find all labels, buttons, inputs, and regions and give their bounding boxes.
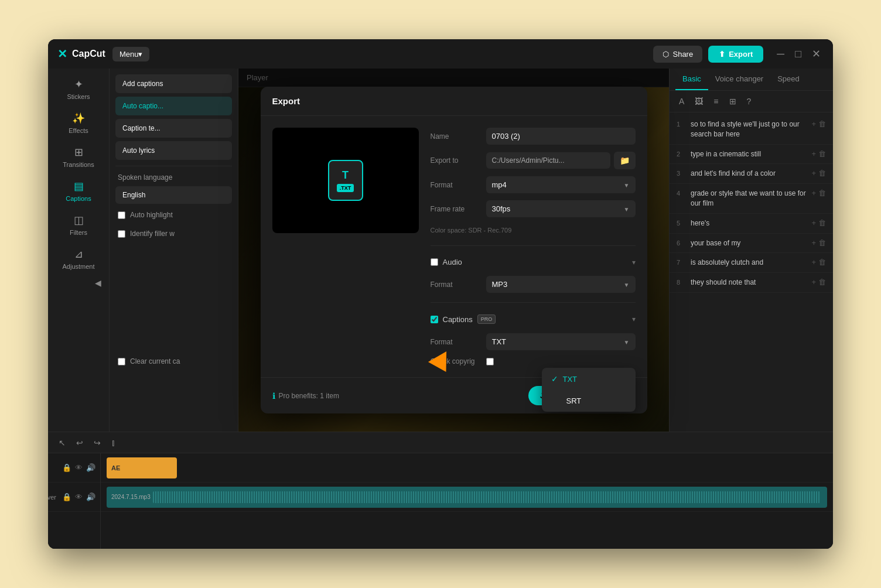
lock-icon-2: 🔒 <box>62 493 71 501</box>
language-selector[interactable]: English <box>115 186 232 204</box>
format-option-srt[interactable]: SRT <box>542 390 636 412</box>
auto-caption-button[interactable]: Auto captio... <box>115 97 232 115</box>
track-label-2: Cover 🔒 👁 🔊 <box>48 483 100 512</box>
list-item: 2 type in a cinematic still + 🗑 <box>670 145 833 165</box>
delete-caption-btn[interactable]: 🗑 <box>818 149 826 158</box>
delete-caption-btn[interactable]: 🗑 <box>818 169 826 177</box>
title-bar-right: ⬡ Share ⬆ Export ─ □ ✕ <box>653 46 824 63</box>
identify-filler-row: Identify filler w <box>115 226 232 241</box>
frame-rate-select[interactable]: 30fps 24fps 60fps <box>486 200 636 217</box>
add-caption-btn[interactable]: + <box>811 218 816 227</box>
filters-icon: ◫ <box>74 214 84 227</box>
caption-actions: + 🗑 <box>811 278 826 286</box>
captions-checkbox[interactable] <box>431 316 438 323</box>
check-copyright-checkbox[interactable] <box>486 358 494 365</box>
sidebar-item-captions[interactable]: ▤ Captions <box>54 175 104 207</box>
captions-toggle-icon: ▾ <box>632 315 636 323</box>
export-button[interactable]: ⬆ Export <box>708 46 763 63</box>
select-tool-button[interactable]: ↖ <box>56 436 68 450</box>
format-text-icon[interactable]: A <box>675 94 688 108</box>
minimize-button[interactable]: ─ <box>774 46 787 61</box>
collapse-sidebar-button[interactable]: ◀ <box>92 277 104 289</box>
name-field-row: Name <box>431 128 636 145</box>
share-button[interactable]: ⬡ Share <box>653 46 702 63</box>
tab-voice-changer[interactable]: Voice changer <box>708 69 770 90</box>
add-caption-btn[interactable]: + <box>811 149 816 158</box>
grid-icon[interactable]: ⊞ <box>726 94 740 108</box>
auto-highlight-row: Auto highlight <box>115 207 232 223</box>
caption-track-clip[interactable]: AЕ <box>107 457 177 478</box>
audio-checkbox[interactable] <box>431 258 438 266</box>
delete-caption-btn[interactable]: 🗑 <box>818 218 826 227</box>
sidebar-item-filters[interactable]: ◫ Filters <box>54 209 104 241</box>
list-item: 1 so to find a style we'll just go to ou… <box>670 115 833 145</box>
timeline-content: 🔒 👁 🔊 Cover 🔒 👁 🔊 AЕ <box>48 453 833 549</box>
caption-template-button[interactable]: Caption te... <box>115 119 232 138</box>
format-option-txt[interactable]: ✓ TXT <box>542 368 636 390</box>
image-icon[interactable]: 🖼 <box>691 94 706 108</box>
add-caption-btn[interactable]: + <box>811 258 816 266</box>
sidebar-item-transitions[interactable]: ⊞ Transitions <box>54 141 104 173</box>
captions-format-select[interactable]: TXT SRT <box>486 333 636 350</box>
tab-speed[interactable]: Speed <box>770 69 807 90</box>
delete-caption-btn[interactable]: 🗑 <box>818 278 826 286</box>
add-caption-btn[interactable]: + <box>811 278 816 286</box>
audio-label: Audio <box>443 258 462 266</box>
format-label: Format <box>431 181 480 189</box>
audio-toggle-icon: ▾ <box>632 258 636 266</box>
undo-button[interactable]: ↩ <box>74 436 86 450</box>
check-copyright-row: Check copyrig <box>431 357 636 365</box>
format-field-row: Format mp4 mov avi ▼ <box>431 176 636 193</box>
add-caption-btn[interactable]: + <box>811 189 816 197</box>
maximize-button[interactable]: □ <box>792 46 804 61</box>
add-caption-btn[interactable]: + <box>811 169 816 177</box>
split-button[interactable]: ⫿ <box>109 436 118 450</box>
redo-button[interactable]: ↪ <box>91 436 103 450</box>
auto-highlight-checkbox[interactable] <box>118 211 125 219</box>
title-bar: ✕ CapCut Menu▾ ⬡ Share ⬆ Export ─ □ ✕ <box>48 39 833 69</box>
menu-button[interactable]: Menu▾ <box>112 47 150 61</box>
close-button[interactable]: ✕ <box>809 46 824 61</box>
add-captions-button[interactable]: Add captions <box>115 74 232 93</box>
list-item: 6 your base of my + 🗑 <box>670 234 833 254</box>
caption-actions: + 🗑 <box>811 149 826 158</box>
auto-lyrics-button[interactable]: Auto lyrics <box>115 141 232 160</box>
captions-format-row: Format TXT SRT ▼ <box>431 333 636 350</box>
format-dropdown: ✓ TXT SRT <box>542 368 636 412</box>
share-icon: ⬡ <box>663 50 669 59</box>
delete-caption-btn[interactable]: 🗑 <box>818 119 826 128</box>
add-caption-btn[interactable]: + <box>811 238 816 247</box>
export-to-label: Export to <box>431 156 480 165</box>
delete-caption-btn[interactable]: 🗑 <box>818 258 826 266</box>
sidebar-item-stickers[interactable]: ✦ Stickers <box>54 73 104 105</box>
right-toolbar: A 🖼 ≡ ⊞ ? <box>670 91 833 112</box>
add-caption-btn[interactable]: + <box>811 119 816 128</box>
delete-caption-btn[interactable]: 🗑 <box>818 189 826 197</box>
audio-track-clip[interactable]: 2024.7.15.mp3 <box>107 487 827 508</box>
color-space-text: Color space: SDR - Rec.709 <box>431 224 636 236</box>
lock-icon-1: 🔒 <box>62 463 71 472</box>
captions-divider <box>431 302 636 303</box>
name-label: Name <box>431 132 480 141</box>
main-layout: ✦ Stickers ✨ Effects ⊞ Transitions ▤ Cap… <box>48 69 833 432</box>
window-controls: ─ □ ✕ <box>774 46 824 61</box>
caption-actions: + 🗑 <box>811 258 826 266</box>
volume-icon-2: 🔊 <box>86 493 95 501</box>
sidebar-item-effects[interactable]: ✨ Effects <box>54 107 104 139</box>
export-upload-icon: ⬆ <box>719 50 725 59</box>
sidebar-item-adjustment[interactable]: ⊿ Adjustment <box>54 243 104 275</box>
identify-filler-checkbox[interactable] <box>118 230 125 238</box>
tab-basic[interactable]: Basic <box>675 69 708 90</box>
help-icon[interactable]: ? <box>743 94 755 108</box>
name-input[interactable] <box>486 128 636 145</box>
video-thumbnail: T .TXT <box>328 160 363 201</box>
audio-format-select[interactable]: MP3 AAC <box>486 276 636 293</box>
format-select[interactable]: mp4 mov avi <box>486 176 636 193</box>
browse-folder-button[interactable]: 📁 <box>614 152 636 169</box>
export-path-field: C:/Users/Admin/Pictu... 📁 <box>486 152 636 169</box>
track-area: AЕ 2024.7.15.mp3 <box>101 453 833 549</box>
clear-captions-checkbox[interactable] <box>118 358 125 365</box>
delete-caption-btn[interactable]: 🗑 <box>818 238 826 247</box>
center-area: Player Export T .TXT <box>238 69 669 432</box>
align-icon[interactable]: ≡ <box>710 94 722 108</box>
